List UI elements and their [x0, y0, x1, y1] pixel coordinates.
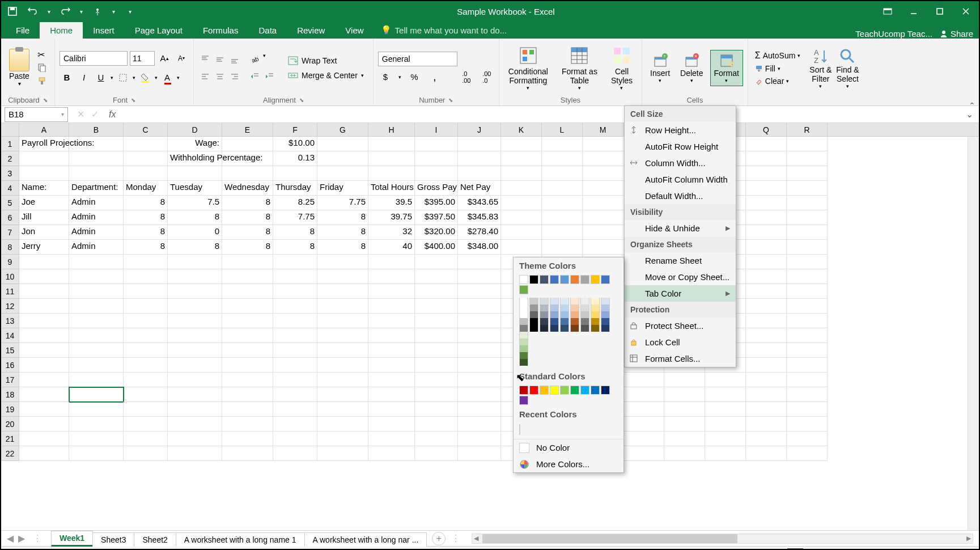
cell[interactable]: 8 — [222, 240, 273, 255]
cell[interactable] — [415, 151, 458, 166]
cell[interactable] — [222, 137, 273, 151]
cell[interactable] — [501, 240, 542, 255]
cell[interactable] — [69, 269, 124, 284]
color-swatch[interactable] — [601, 386, 610, 395]
cell[interactable] — [69, 402, 124, 417]
redo-dropdown-icon[interactable]: ▾ — [80, 9, 83, 15]
cell[interactable] — [415, 328, 458, 343]
cell[interactable]: 7.75 — [273, 210, 317, 225]
color-swatch[interactable] — [591, 304, 600, 311]
tab-formulas[interactable]: Formulas — [193, 22, 249, 39]
cell[interactable] — [623, 373, 664, 387]
color-swatch[interactable] — [570, 298, 579, 304]
cell[interactable] — [746, 314, 787, 328]
cell[interactable] — [222, 417, 273, 431]
cell[interactable] — [273, 373, 317, 387]
cell[interactable] — [542, 196, 583, 210]
row-header[interactable]: 12 — [1, 299, 19, 314]
orientation-icon[interactable]: ab — [248, 53, 262, 66]
conditional-formatting-button[interactable]: Conditional Formatting▾ — [504, 43, 553, 93]
cell[interactable] — [368, 269, 415, 284]
cell[interactable] — [458, 446, 501, 461]
cell[interactable] — [69, 299, 124, 314]
cell[interactable] — [664, 373, 705, 387]
cell[interactable] — [458, 402, 501, 417]
cell[interactable] — [458, 387, 501, 402]
chevron-down-icon[interactable]: ▾ — [263, 53, 266, 66]
cell[interactable] — [124, 387, 168, 402]
cell[interactable] — [222, 387, 273, 402]
find-select-button[interactable]: Find & Select▾ — [836, 47, 859, 89]
cell[interactable]: Monday — [124, 181, 168, 196]
row-header[interactable]: 10 — [1, 269, 19, 284]
color-swatch[interactable] — [570, 386, 579, 395]
cell[interactable] — [415, 343, 458, 358]
menu-default-width[interactable]: Default Width... — [625, 188, 736, 204]
cell[interactable]: Admin — [69, 210, 124, 225]
cell[interactable] — [222, 446, 273, 461]
align-top-icon[interactable] — [198, 53, 212, 66]
cut-icon[interactable]: ✂ — [37, 49, 48, 60]
cell[interactable] — [746, 151, 787, 166]
cell[interactable] — [746, 387, 787, 402]
color-swatch[interactable] — [601, 275, 610, 284]
cell[interactable] — [168, 446, 222, 461]
scroll-right-icon[interactable]: ▶ — [966, 535, 971, 542]
cell[interactable]: $343.65 — [458, 196, 501, 210]
wrap-text-button[interactable]: Wrap Text — [283, 54, 368, 67]
format-cells-button[interactable]: Format▾ — [710, 50, 743, 86]
cell[interactable]: 8 — [124, 240, 168, 255]
cell[interactable] — [168, 373, 222, 387]
cell[interactable] — [273, 299, 317, 314]
cell[interactable] — [19, 299, 69, 314]
row-header[interactable]: 15 — [1, 343, 19, 358]
cell[interactable] — [222, 299, 273, 314]
cell[interactable] — [787, 343, 828, 358]
color-swatch[interactable] — [570, 318, 579, 325]
cell[interactable] — [623, 446, 664, 461]
cell[interactable] — [124, 343, 168, 358]
cell[interactable]: Admin — [69, 196, 124, 210]
cell[interactable] — [746, 269, 787, 284]
no-color-button[interactable]: No Color — [514, 439, 623, 456]
cell[interactable] — [368, 328, 415, 343]
cell[interactable] — [705, 446, 746, 461]
cell[interactable] — [222, 151, 273, 166]
cell[interactable] — [69, 417, 124, 431]
cell[interactable]: 8 — [317, 225, 368, 240]
increase-indent-icon[interactable] — [263, 70, 277, 83]
clear-button[interactable]: Clear▾ — [753, 75, 803, 87]
sheet-tab[interactable]: A worksheet with a long nar ... — [304, 532, 427, 547]
cell[interactable] — [168, 358, 222, 373]
cell[interactable] — [542, 181, 583, 196]
chevron-down-icon[interactable]: ▾ — [398, 74, 401, 80]
cell[interactable] — [705, 373, 746, 387]
cell[interactable] — [746, 196, 787, 210]
horizontal-scrollbar[interactable]: ◀ ▶ — [472, 534, 973, 544]
column-header[interactable]: G — [317, 123, 368, 136]
cell[interactable] — [787, 255, 828, 269]
cell[interactable] — [124, 431, 168, 446]
undo-dropdown-icon[interactable]: ▾ — [48, 9, 50, 15]
color-swatch[interactable] — [529, 275, 538, 284]
cell[interactable] — [623, 387, 664, 402]
cell[interactable] — [317, 358, 368, 373]
cell[interactable] — [317, 137, 368, 151]
cell[interactable] — [501, 137, 542, 151]
cell[interactable] — [787, 225, 828, 240]
cell[interactable]: Admin — [69, 240, 124, 255]
color-swatch[interactable] — [540, 275, 549, 284]
cell[interactable] — [415, 166, 458, 181]
name-box[interactable]: B18▾ — [5, 107, 68, 122]
color-swatch[interactable] — [519, 285, 528, 294]
format-painter-icon[interactable] — [37, 77, 48, 87]
cell[interactable] — [542, 151, 583, 166]
cell[interactable] — [458, 299, 501, 314]
column-header[interactable]: K — [501, 123, 542, 136]
color-swatch[interactable] — [519, 298, 528, 304]
cell[interactable]: 8 — [168, 210, 222, 225]
close-button[interactable] — [953, 1, 979, 22]
cell[interactable] — [583, 210, 623, 225]
color-swatch[interactable] — [560, 325, 569, 332]
cell[interactable] — [501, 166, 542, 181]
